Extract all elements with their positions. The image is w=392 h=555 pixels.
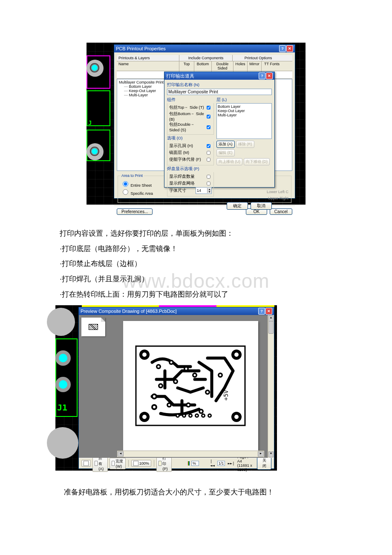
- page-corner-icon: [101, 318, 105, 322]
- scroll-left-icon[interactable]: ◄: [118, 451, 124, 457]
- opt-mirror: 镜面层 (M): [169, 150, 189, 156]
- help-icon[interactable]: ?: [279, 45, 286, 52]
- page-icon: [84, 461, 89, 466]
- col-holes: Holes: [233, 61, 247, 71]
- chk-show-holes[interactable]: [207, 144, 210, 148]
- cancel-button[interactable]: 取消: [251, 202, 272, 210]
- remove-button[interactable]: 移除 (R): [236, 141, 254, 148]
- close-icon[interactable]: ✕: [265, 308, 272, 315]
- nav-last-icon[interactable]: ►►|: [227, 461, 235, 465]
- radio-specific-area[interactable]: Specific Area: [121, 188, 153, 196]
- spinner-down-icon[interactable]: ▼: [207, 191, 211, 193]
- preview-titlebar: Preview Composite Drawing of [4863.PcbDo…: [79, 307, 274, 315]
- svg-point-42: [196, 415, 198, 416]
- scroll-down-icon[interactable]: ▼: [268, 451, 274, 457]
- opt-show-holes: 显示孔洞 (H): [169, 143, 193, 149]
- svg-point-8: [234, 415, 239, 419]
- vertical-scrollbar[interactable]: ▲ ▼: [268, 315, 274, 458]
- preview-page: +5V: [123, 321, 258, 451]
- layer-label: 层 (L): [216, 97, 272, 103]
- chk-include-top[interactable]: [207, 106, 210, 110]
- font-size-spinner[interactable]: ▲▼: [196, 187, 212, 194]
- scrollbar-thumb[interactable]: [268, 321, 274, 334]
- movedown-button[interactable]: 向下移动 (D): [244, 158, 270, 165]
- page-icon: [133, 461, 138, 466]
- opt-font-size: 字体尺寸: [169, 188, 186, 194]
- opt-pad-net: 显示焊盘网络: [169, 181, 195, 186]
- chk-font-sub[interactable]: [207, 158, 210, 162]
- right-column: 层 (L) Bottom Layer Keep-Out Layer Multi-…: [216, 98, 272, 198]
- printer-icon: [159, 461, 161, 466]
- chk-pad-net[interactable]: [207, 182, 210, 185]
- col-double: Double Sided: [211, 61, 233, 71]
- help-icon[interactable]: ?: [258, 308, 265, 315]
- col-top: Top: [179, 61, 194, 71]
- width-icon: [112, 461, 115, 466]
- scroll-up-icon[interactable]: ▲: [268, 315, 274, 321]
- group-pad-title: 焊盘显示选项 (P): [167, 166, 214, 172]
- group-options-title: 选项 (O): [167, 136, 214, 141]
- pcb-left-art-2: J1: [55, 308, 81, 468]
- svg-point-30: [207, 391, 209, 393]
- preferences-button[interactable]: Preferences...: [117, 208, 153, 215]
- page-field[interactable]: 1/1: [217, 461, 225, 466]
- svg-point-28: [153, 406, 156, 408]
- scroll-right-icon[interactable]: ►: [258, 451, 264, 457]
- close-icon[interactable]: ✕: [266, 72, 273, 79]
- svg-point-10: [158, 366, 160, 368]
- list-item[interactable]: Multi-Layer: [218, 113, 271, 117]
- width-button[interactable]: 宽度 (W): [110, 458, 126, 469]
- nav-first-icon[interactable]: |◄◄: [209, 459, 216, 468]
- close-button[interactable]: 关闭: [257, 457, 271, 470]
- radio-entire-sheet[interactable]: Entire Sheet: [121, 180, 152, 188]
- toolbar-page-icon[interactable]: [81, 460, 91, 467]
- color-icon[interactable]: [188, 461, 190, 465]
- j1-label: J1: [57, 402, 67, 413]
- grid-icon: [95, 461, 98, 466]
- chk-include-double[interactable]: [207, 125, 210, 129]
- chk-include-bottom[interactable]: [207, 115, 210, 119]
- font-size-input[interactable]: [196, 188, 207, 193]
- j-label: J: [88, 119, 92, 126]
- thumbnail-pcb-icon: [89, 324, 98, 330]
- svg-point-40: [190, 415, 191, 416]
- list-item[interactable]: Keep-Out Layer: [218, 109, 271, 113]
- bullet-line: ·打印禁止布线层（边框）: [60, 256, 337, 272]
- help-icon[interactable]: ?: [259, 72, 265, 79]
- opt-pad-count: 显示焊盘数量: [169, 174, 195, 179]
- col-mirror: Mirror: [247, 61, 261, 71]
- col-include-components: Include Components: [179, 55, 232, 61]
- close-icon[interactable]: ✕: [286, 45, 293, 52]
- preview-window: Preview Composite Drawing of [4863.PcbDo…: [78, 307, 274, 469]
- name-input[interactable]: [167, 89, 272, 95]
- dialog2-titlebar: 打印输出道具 ? ✕: [164, 72, 274, 80]
- chk-mirror-layer[interactable]: [207, 151, 210, 155]
- svg-point-16: [160, 385, 162, 387]
- dialog2-title: 打印输出道具: [166, 72, 194, 80]
- horizontal-scrollbar[interactable]: ◄ ►: [117, 451, 264, 457]
- pcb-left-art: J: [86, 55, 112, 200]
- edit-button[interactable]: 编辑 (E): [216, 149, 235, 156]
- svg-point-32: [219, 374, 222, 376]
- pcb-drawing: +5V: [135, 345, 246, 426]
- layer-list[interactable]: Bottom Layer Keep-Out Layer Multi-Layer: [216, 103, 272, 139]
- opt-include-top: 包括Top－ Side (T): [169, 105, 204, 110]
- tree-item[interactable]: Keep-Out Layer: [129, 89, 156, 93]
- list-item[interactable]: Bottom Layer: [218, 104, 271, 109]
- paragraph: 打印内容设置，选好你要打印的层，单面板为例如图：: [60, 226, 337, 241]
- dialog-print-output-props: 打印输出道具 ? ✕ 打印输出名称 (N) 组件 包括Top－ Side (T)…: [164, 72, 275, 188]
- svg-point-14: [185, 368, 187, 370]
- tree-item[interactable]: Bottom Layer: [129, 84, 152, 89]
- add-button[interactable]: 添加 (A): [216, 141, 235, 148]
- dialog1-title: PCB Printout Properties: [116, 45, 166, 52]
- thumbnail-page[interactable]: [81, 318, 105, 336]
- ok-button[interactable]: 确定: [227, 202, 248, 210]
- tree-item[interactable]: Multi-Layer: [129, 93, 148, 97]
- opt-include-bottom: 包括Bottom－ Side (B): [169, 111, 205, 121]
- col-bottom: Bottom: [194, 61, 211, 71]
- page: J PCB Printout Properties ? ✕ Printouts …: [0, 0, 392, 542]
- chk-pad-count[interactable]: [207, 175, 210, 179]
- zoom-display[interactable]: 100%: [131, 460, 151, 467]
- zoom-percent-field[interactable]: %: [191, 461, 199, 466]
- moveup-button[interactable]: 向上移动 (U): [216, 158, 242, 165]
